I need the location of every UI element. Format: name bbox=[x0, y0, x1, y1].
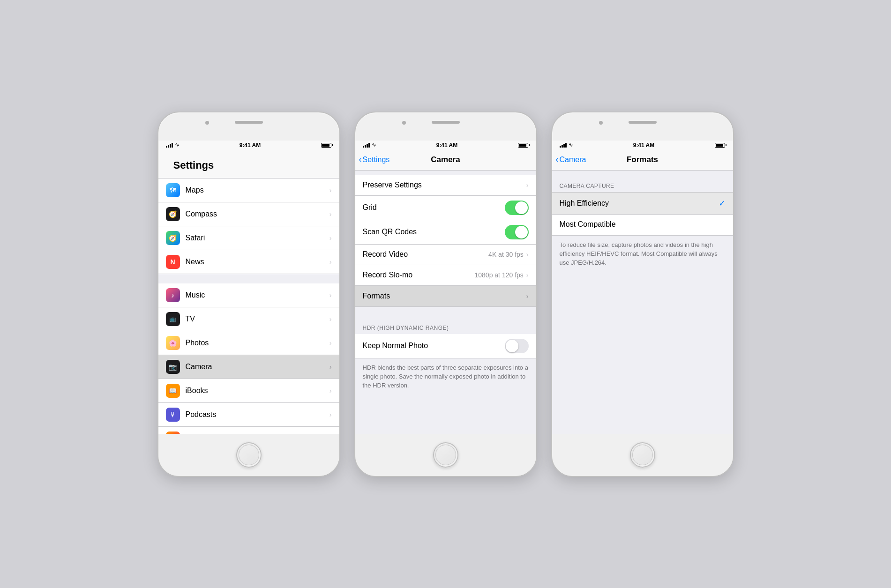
settings-item-podcasts[interactable]: 🎙 Podcasts › bbox=[158, 403, 339, 427]
settings-list-container[interactable]: 🗺 Maps › 🧭 Compass › 🧭 Safari bbox=[158, 179, 339, 434]
status-bar-3: ∿ 9:41 AM bbox=[552, 141, 733, 150]
keepnormal-toggle[interactable] bbox=[505, 339, 529, 353]
formats-content[interactable]: CAMERA CAPTURE High Efficiency ✓ Most Co… bbox=[552, 171, 733, 434]
high-efficiency-option[interactable]: High Efficiency ✓ bbox=[552, 192, 733, 215]
home-button-inner-3 bbox=[632, 445, 653, 465]
phone-3-screen: ∿ 9:41 AM ‹ Camera Formats CAMERA CAPTUR… bbox=[552, 141, 733, 434]
ibooks-icon: 📖 bbox=[166, 384, 180, 398]
camera-capture-header: CAMERA CAPTURE bbox=[552, 175, 733, 192]
chevron-icon: › bbox=[329, 339, 332, 347]
settings-item-ibooks[interactable]: 📖 iBooks › bbox=[158, 379, 339, 403]
home-button-2[interactable] bbox=[433, 442, 458, 468]
chevron-icon: › bbox=[526, 251, 529, 258]
settings-title-bar: Settings bbox=[158, 150, 339, 179]
settings-item-photos[interactable]: 🌸 Photos › bbox=[158, 331, 339, 355]
settings-title: Settings bbox=[166, 155, 332, 174]
phone-2: ∿ 9:41 AM ‹ Settings Camera Preserve Set… bbox=[354, 112, 537, 477]
hdr-group: Keep Normal Photo bbox=[355, 334, 536, 358]
keep-normal-item[interactable]: Keep Normal Photo bbox=[355, 334, 536, 358]
format-desc-text: To reduce file size, capture photos and … bbox=[560, 241, 718, 266]
status-right-3 bbox=[715, 143, 725, 148]
settings-item-safari[interactable]: 🧭 Safari › bbox=[158, 226, 339, 250]
high-efficiency-label: High Efficiency bbox=[560, 199, 719, 208]
chevron-icon: › bbox=[526, 271, 529, 279]
grid-toggle[interactable] bbox=[505, 201, 529, 215]
camera-settings-content[interactable]: Preserve Settings › Grid Scan QR Codes bbox=[355, 171, 536, 434]
scan-qr-item[interactable]: Scan QR Codes bbox=[355, 220, 536, 245]
record-slomo-item[interactable]: Record Slo-mo 1080p at 120 fps › bbox=[355, 265, 536, 286]
most-compatible-option[interactable]: Most Compatible bbox=[552, 215, 733, 235]
home-button-3[interactable] bbox=[630, 442, 655, 468]
compass-icon: 🧭 bbox=[166, 207, 180, 221]
battery-icon-3 bbox=[715, 143, 725, 148]
front-camera-dot-3 bbox=[599, 121, 603, 125]
preserve-settings-item[interactable]: Preserve Settings › bbox=[355, 175, 536, 196]
preserve-label: Preserve Settings bbox=[363, 181, 526, 189]
settings-item-news[interactable]: N News › bbox=[158, 250, 339, 274]
recordvideo-value: 4K at 30 fps bbox=[488, 251, 524, 258]
back-label: Settings bbox=[363, 156, 390, 164]
settings-item-compass[interactable]: 🧭 Compass › bbox=[158, 202, 339, 226]
camera-app-icon: 📷 bbox=[166, 360, 180, 374]
toggle-knob-3 bbox=[506, 340, 518, 352]
status-time-2: 9:41 AM bbox=[436, 142, 458, 149]
recordvideo-label: Record Video bbox=[363, 250, 489, 259]
settings-item-tv[interactable]: 📺 TV › bbox=[158, 307, 339, 331]
ibooks-label: iBooks bbox=[186, 387, 329, 395]
back-to-camera[interactable]: ‹ Camera bbox=[556, 155, 586, 164]
speaker-3 bbox=[629, 121, 657, 124]
phone-3-bottom bbox=[552, 434, 733, 476]
home-button-1[interactable] bbox=[236, 442, 262, 468]
home-button-inner-2 bbox=[435, 445, 456, 465]
chevron-icon: › bbox=[329, 363, 332, 371]
settings-item-maps[interactable]: 🗺 Maps › bbox=[158, 179, 339, 202]
chevron-icon: › bbox=[526, 292, 529, 300]
front-camera-dot-2 bbox=[402, 121, 406, 125]
settings-item-music[interactable]: ♪ Music › bbox=[158, 283, 339, 307]
formats-group: High Efficiency ✓ Most Compatible bbox=[552, 192, 733, 236]
sep-hdr bbox=[355, 307, 536, 317]
music-label: Music bbox=[186, 291, 329, 299]
chevron-icon: › bbox=[329, 291, 332, 299]
status-right-2 bbox=[518, 143, 528, 148]
back-to-settings[interactable]: ‹ Settings bbox=[359, 155, 390, 164]
formats-nav-bar: ‹ Camera Formats bbox=[552, 150, 733, 171]
most-compatible-label: Most Compatible bbox=[560, 220, 726, 229]
phone-2-screen: ∿ 9:41 AM ‹ Settings Camera Preserve Set… bbox=[355, 141, 536, 434]
scanqr-toggle[interactable] bbox=[505, 225, 529, 239]
chevron-icon: › bbox=[329, 234, 332, 242]
settings-item-itunes[interactable]: 🎓 iTunes U › bbox=[158, 427, 339, 434]
status-time-1: 9:41 AM bbox=[240, 142, 261, 149]
scanqr-label: Scan QR Codes bbox=[363, 228, 505, 236]
status-left: ∿ bbox=[166, 142, 179, 148]
chevron-icon: › bbox=[329, 387, 332, 394]
status-right bbox=[321, 143, 331, 148]
formats-label: Formats bbox=[363, 292, 526, 300]
status-bar-1: ∿ 9:41 AM bbox=[158, 141, 339, 150]
status-left-3: ∿ bbox=[560, 142, 573, 148]
phone-1: ∿ 9:41 AM Settings 🗺 Maps › bbox=[157, 112, 340, 477]
compass-label: Compass bbox=[186, 210, 329, 218]
back-label-3: Camera bbox=[560, 156, 586, 164]
grid-item[interactable]: Grid bbox=[355, 196, 536, 220]
front-camera-dot bbox=[205, 121, 209, 125]
safari-label: Safari bbox=[186, 234, 329, 242]
phone-3: ∿ 9:41 AM ‹ Camera Formats CAMERA CAPTUR… bbox=[551, 112, 734, 477]
signal-icon-3 bbox=[560, 143, 567, 148]
record-video-item[interactable]: Record Video 4K at 30 fps › bbox=[355, 245, 536, 265]
tv-label: TV bbox=[186, 315, 329, 323]
news-label: News bbox=[186, 258, 329, 266]
keepnormal-label: Keep Normal Photo bbox=[363, 342, 505, 350]
wifi-icon-3: ∿ bbox=[569, 142, 573, 148]
music-icon: ♪ bbox=[166, 288, 180, 302]
camera-nav-bar: ‹ Settings Camera bbox=[355, 150, 536, 171]
speaker-2 bbox=[432, 121, 460, 124]
toggle-knob-2 bbox=[515, 226, 528, 238]
phone-1-bottom bbox=[158, 434, 339, 476]
settings-item-camera[interactable]: 📷 Camera › bbox=[158, 355, 339, 379]
chevron-icon: › bbox=[526, 181, 529, 189]
wifi-icon: ∿ bbox=[175, 142, 179, 148]
phone-1-top bbox=[158, 112, 339, 141]
home-button-inner bbox=[239, 445, 259, 465]
formats-item[interactable]: Formats › bbox=[355, 286, 536, 306]
